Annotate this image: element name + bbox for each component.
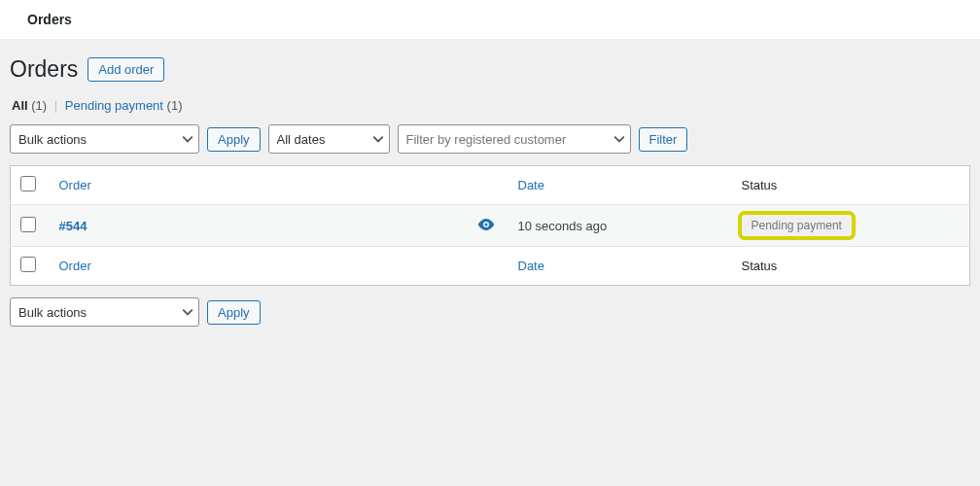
status-badge: Pending payment xyxy=(742,215,852,236)
dates-wrap: All dates xyxy=(268,124,390,154)
col-footer-preview xyxy=(468,247,508,286)
select-all-header xyxy=(11,166,50,205)
select-all-footer xyxy=(11,247,50,286)
orders-table: Order Date Status #544 10 seconds xyxy=(10,165,970,286)
separator: | xyxy=(54,98,57,113)
col-footer-order[interactable]: Order xyxy=(50,247,468,286)
topbar-title: Orders xyxy=(27,12,72,27)
customer-wrap: Filter by registered customer xyxy=(398,124,631,154)
dates-select[interactable]: All dates xyxy=(268,124,390,154)
filter-all-count: (1) xyxy=(31,98,47,113)
add-order-button[interactable]: Add order xyxy=(88,57,164,82)
select-all-checkbox-bottom[interactable] xyxy=(20,257,36,272)
bulk-actions-wrap: Bulk actions xyxy=(10,124,199,154)
select-all-checkbox-top[interactable] xyxy=(20,176,36,191)
svg-point-0 xyxy=(484,223,487,226)
row-checkbox-cell xyxy=(11,205,50,247)
filter-pending-label: Pending payment xyxy=(65,98,163,113)
bulk-actions-bottom-wrap: Bulk actions xyxy=(10,297,199,327)
filter-all[interactable]: All (1) xyxy=(12,98,51,113)
filter-button[interactable]: Filter xyxy=(639,127,688,152)
bottom-actions: Bulk actions Apply xyxy=(10,297,970,327)
status-filter-links: All (1) | Pending payment (1) xyxy=(12,98,970,113)
bulk-actions-select[interactable]: Bulk actions xyxy=(10,124,199,154)
row-order-cell: #544 xyxy=(50,205,468,247)
col-header-status: Status xyxy=(732,166,970,205)
row-status-cell: Pending payment xyxy=(732,205,970,247)
bulk-actions-select-bottom[interactable]: Bulk actions xyxy=(10,297,199,327)
row-preview-cell xyxy=(468,205,508,247)
filter-pending-count: (1) xyxy=(167,98,183,113)
customer-filter-placeholder: Filter by registered customer xyxy=(406,132,567,147)
eye-icon[interactable] xyxy=(477,219,495,233)
table-footer-row: Order Date Status xyxy=(11,247,970,286)
filter-all-label: All xyxy=(12,98,28,113)
row-checkbox[interactable] xyxy=(20,217,36,232)
col-header-date[interactable]: Date xyxy=(508,166,732,205)
col-footer-status: Status xyxy=(732,247,970,286)
page-title: Orders xyxy=(10,56,78,83)
admin-topbar: Orders xyxy=(0,0,980,39)
col-footer-date[interactable]: Date xyxy=(508,247,732,286)
page-header: Orders Add order xyxy=(10,56,970,83)
table-row[interactable]: #544 10 seconds ago Pending payment xyxy=(11,205,970,247)
order-link[interactable]: #544 xyxy=(59,219,88,233)
table-header-row: Order Date Status xyxy=(11,166,970,205)
filter-pending[interactable]: Pending payment (1) xyxy=(65,98,183,113)
col-header-order[interactable]: Order xyxy=(50,166,468,205)
row-date-cell: 10 seconds ago xyxy=(508,205,732,247)
customer-filter-select[interactable]: Filter by registered customer xyxy=(398,124,631,154)
apply-bulk-button[interactable]: Apply xyxy=(207,127,261,152)
col-header-preview xyxy=(468,166,508,205)
apply-bulk-button-bottom[interactable]: Apply xyxy=(207,300,261,325)
filter-row: Bulk actions Apply All dates Filter by r… xyxy=(10,124,970,154)
main-content: Orders Add order All (1) | Pending payme… xyxy=(0,39,980,346)
